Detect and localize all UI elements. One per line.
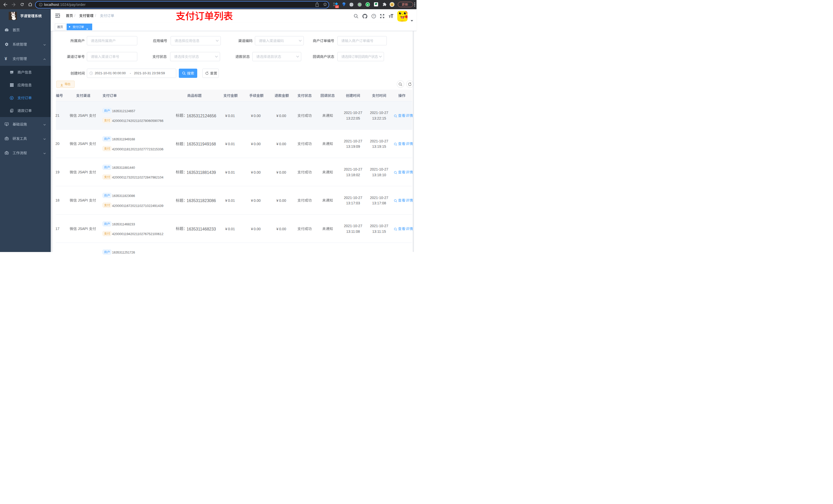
svg-text:10: 10 bbox=[336, 5, 338, 8]
svg-text:?: ? bbox=[373, 15, 374, 18]
svg-text:¥: ¥ bbox=[11, 97, 12, 99]
svg-text:y: y bbox=[367, 3, 368, 6]
